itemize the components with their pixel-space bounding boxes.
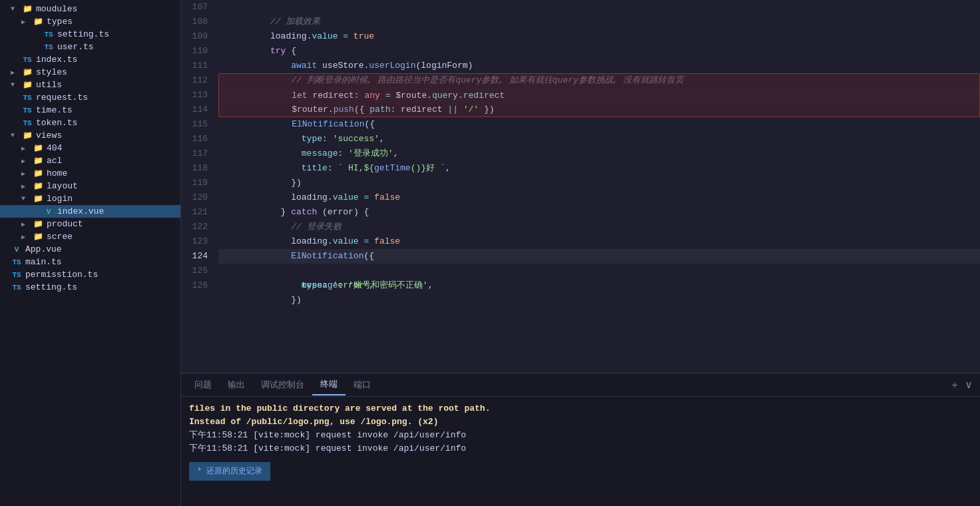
ts-icon-token: TS (21, 119, 33, 127)
sidebar-label-404: 404 (47, 143, 62, 153)
expand-arrow-scree: ▶ (21, 233, 32, 241)
sidebar-item-token-ts[interactable]: TS token.ts (0, 117, 180, 129)
ln-122: 122 (181, 220, 208, 234)
ln-119: 119 (181, 176, 208, 190)
sidebar-label-setting-ts: setting.ts (57, 29, 109, 39)
sidebar-label-utils: utils (36, 80, 62, 90)
ts-icon-main: TS (11, 258, 23, 266)
tab-debug[interactable]: 调试控制台 (253, 375, 312, 395)
expand-arrow-layout: ▶ (21, 182, 32, 190)
sidebar-item-index-vue[interactable]: V index.vue (0, 205, 180, 218)
folder-icon-login: 📁 (32, 194, 44, 204)
ln-124: 124 (181, 249, 208, 264)
sidebar-item-home[interactable]: ▶ 📁 home (0, 167, 180, 180)
panel-chevron-button[interactable]: ∨ (963, 378, 975, 391)
sidebar-label-home: home (47, 168, 67, 178)
sidebar-label-index-ts: index.ts (36, 55, 77, 65)
code-line-121: // 登录失败 (218, 205, 980, 220)
sidebar-item-views[interactable]: ▼ 📁 views (0, 129, 180, 142)
folder-icon-layout: 📁 (32, 181, 44, 191)
sidebar-label-moudules: moudules (36, 4, 77, 14)
ts-icon-permisstion: TS (11, 271, 23, 279)
ln-111: 111 (181, 59, 208, 73)
tab-output[interactable]: 输出 (220, 375, 253, 395)
code-line-124: 💡 type: 'error', (218, 249, 980, 264)
sidebar-label-permisstion-ts: permisstion.ts (25, 270, 98, 280)
code-line-117: title: ` HI,${getTime()}好 `, (218, 146, 980, 161)
vue-icon-index: V (43, 208, 55, 216)
sidebar-item-setting-ts2[interactable]: TS setting.ts (0, 281, 180, 294)
tab-terminal[interactable]: 终端 (312, 374, 346, 395)
sidebar-item-request-ts[interactable]: TS request.ts (0, 91, 180, 104)
sidebar-label-user-ts: user.ts (57, 42, 94, 52)
sidebar-item-login[interactable]: ▼ 📁 login (0, 192, 180, 205)
expand-arrow-acl: ▶ (21, 157, 32, 165)
code-line-112: let redirect: any = $route.query.redirec… (218, 73, 980, 88)
ts-icon-request: TS (21, 94, 33, 102)
add-terminal-button[interactable]: ＋ (947, 378, 963, 392)
code-content[interactable]: // 加载效果 loading.value = true try { await… (216, 0, 980, 373)
expand-arrow-moudules: ▼ (11, 5, 21, 13)
code-line-118: }) (218, 161, 980, 176)
terminal-content[interactable]: files in the public directory are served… (181, 397, 980, 506)
file-explorer: ▼ 📁 moudules ▶ 📁 types TS setting.ts TS … (0, 0, 181, 506)
sidebar-item-main-ts[interactable]: TS main.ts (0, 256, 180, 268)
sidebar-item-time-ts[interactable]: TS time.ts (0, 104, 180, 117)
folder-icon-404: 📁 (32, 143, 44, 153)
sidebar-label-login: login (47, 194, 73, 204)
line-numbers: 107 108 109 110 111 112 113 114 115 116 … (181, 0, 216, 373)
ln-126: 126 (181, 278, 208, 293)
sidebar-label-setting-ts2: setting.ts (25, 282, 77, 292)
expand-arrow-login: ▼ (21, 195, 32, 202)
sidebar-item-index-ts[interactable]: TS index.ts (0, 53, 180, 66)
terminal-line-2: Instead of /public/logo.png, use /logo.p… (189, 415, 972, 429)
restore-history-button[interactable]: * 还原的历史记录 (189, 462, 270, 481)
ln-121: 121 (181, 205, 208, 220)
folder-icon-styles: 📁 (21, 67, 33, 77)
ln-108: 108 (181, 15, 208, 29)
code-line-122: loading.value = false (218, 220, 980, 234)
terminal-line-1: files in the public directory are served… (189, 402, 972, 415)
code-line-123: ElNotification({ (218, 234, 980, 249)
code-area: 107 108 109 110 111 112 113 114 115 116 … (181, 0, 980, 373)
sidebar-item-styles[interactable]: ▶ 📁 styles (0, 66, 180, 79)
sidebar-item-moudules[interactable]: ▼ 📁 moudules (0, 3, 180, 15)
code-line-116: message: '登录成功', (218, 132, 980, 146)
sidebar-label-layout: layout (47, 181, 78, 191)
tab-problems[interactable]: 问题 (186, 375, 220, 395)
sidebar-item-scree[interactable]: ▶ 📁 scree (0, 230, 180, 243)
sidebar-item-setting-ts[interactable]: TS setting.ts (0, 28, 180, 41)
sidebar-item-404[interactable]: ▶ 📁 404 (0, 142, 180, 154)
sidebar-label-acl: acl (47, 156, 62, 166)
sidebar-item-types[interactable]: ▶ 📁 types (0, 15, 180, 28)
sidebar-item-product[interactable]: ▶ 📁 product (0, 218, 180, 230)
ts-icon-setting2: TS (11, 284, 23, 292)
code-line-115: type: 'success', (218, 117, 980, 132)
sidebar-item-user-ts[interactable]: TS user.ts (0, 41, 180, 53)
sidebar-item-utils[interactable]: ▼ 📁 utils (0, 79, 180, 91)
ln-109: 109 (181, 29, 208, 44)
folder-icon-utils: 📁 (21, 80, 33, 90)
ln-115: 115 (181, 117, 208, 132)
panel-tab-bar: 问题 输出 调试控制台 终端 端口 ＋ ∨ (181, 374, 980, 397)
ts-icon-user: TS (43, 43, 55, 51)
ts-icon-index: TS (21, 56, 33, 64)
sidebar-label-scree: scree (47, 232, 73, 242)
sidebar-item-acl[interactable]: ▶ 📁 acl (0, 154, 180, 167)
vue-icon-app: V (11, 246, 23, 254)
ln-118: 118 (181, 161, 208, 176)
ts-icon-time: TS (21, 107, 33, 115)
code-line-120: } catch (error) { (218, 190, 980, 205)
sidebar-item-layout[interactable]: ▶ 📁 layout (0, 180, 180, 192)
ln-116: 116 (181, 132, 208, 146)
code-line-119: loading.value = false (218, 176, 980, 190)
folder-icon-moudules: 📁 (21, 4, 33, 14)
terminal-line-3: 下午11:58:21 [vite:mock] request invoke /a… (189, 429, 972, 442)
sidebar-label-index-vue: index.vue (57, 206, 104, 216)
sidebar-item-permisstion-ts[interactable]: TS permisstion.ts (0, 268, 180, 281)
sidebar-item-app-vue[interactable]: V App.vue (0, 243, 180, 256)
tab-ports[interactable]: 端口 (346, 375, 379, 395)
ln-112: 112 (181, 73, 208, 88)
code-editor: 107 108 109 110 111 112 113 114 115 116 … (181, 0, 980, 373)
ln-114: 114 (181, 103, 208, 117)
